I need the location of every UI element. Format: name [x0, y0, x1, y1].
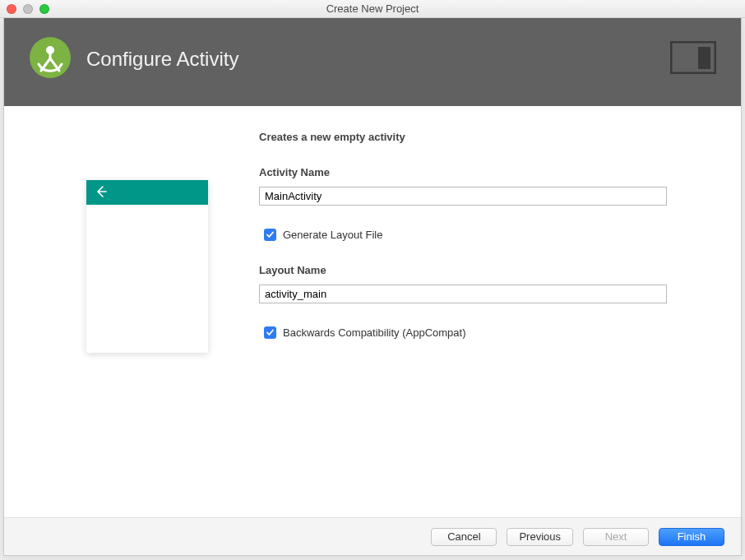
generate-layout-label: Generate Layout File	[283, 229, 382, 241]
generate-layout-row[interactable]: Generate Layout File	[264, 229, 667, 241]
dialog-title: Configure Activity	[86, 48, 238, 71]
back-arrow-icon	[95, 185, 108, 201]
backwards-compat-label: Backwards Compatibility (AppCompat)	[283, 326, 466, 339]
preview-column	[4, 131, 210, 509]
android-studio-icon	[29, 36, 72, 81]
preview-toolbar	[86, 180, 208, 205]
previous-button[interactable]: Previous	[507, 528, 573, 546]
generate-layout-checkbox[interactable]	[264, 229, 276, 241]
form-column: Creates a new empty activity Activity Na…	[259, 131, 741, 509]
layout-name-input[interactable]	[259, 285, 667, 303]
next-button: Next	[583, 528, 649, 546]
window-title: Create New Project	[0, 2, 745, 15]
layout-name-label: Layout Name	[259, 264, 667, 276]
backwards-compat-row[interactable]: Backwards Compatibility (AppCompat)	[264, 326, 667, 339]
dialog-footer: Cancel Previous Next Finish	[4, 517, 741, 555]
dialog-header: Configure Activity	[4, 18, 741, 106]
device-preview-icon	[670, 41, 716, 76]
activity-name-input[interactable]	[259, 187, 667, 206]
finish-button[interactable]: Finish	[659, 528, 724, 546]
titlebar: Create New Project	[0, 0, 745, 18]
header-left: Configure Activity	[29, 36, 238, 81]
activity-preview	[86, 180, 208, 353]
backwards-compat-checkbox[interactable]	[264, 326, 276, 339]
dialog-content: Creates a new empty activity Activity Na…	[4, 106, 741, 517]
activity-name-label: Activity Name	[259, 166, 667, 178]
section-title: Creates a new empty activity	[259, 131, 667, 143]
dialog-window: Configure Activity Creates a	[3, 18, 742, 556]
cancel-button[interactable]: Cancel	[431, 528, 497, 546]
svg-rect-6	[698, 47, 710, 69]
